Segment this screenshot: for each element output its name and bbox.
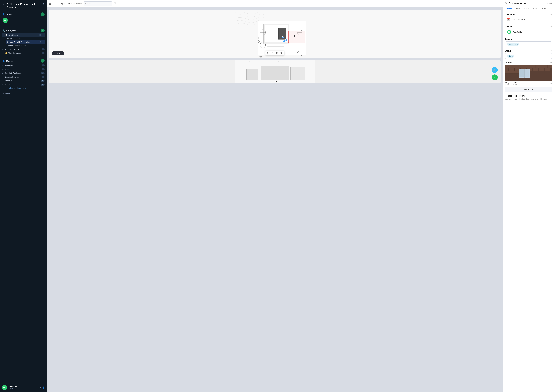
add-file-button[interactable]: Add File + bbox=[505, 87, 552, 92]
sidebar-header-left: ← ABC Office Project - Field Reports bbox=[2, 3, 41, 9]
team-directory-item[interactable]: › 📁 Team Directory 3 bbox=[2, 51, 45, 55]
tab-tasks[interactable]: Tasks bbox=[531, 6, 540, 11]
tab-notes[interactable]: Notes bbox=[522, 6, 531, 11]
drawing-toolbar: ⬡ ↗ ↻ 🗑 bbox=[266, 51, 284, 55]
add-team-button[interactable]: + bbox=[41, 13, 45, 16]
tasks-icon: ☑ bbox=[2, 92, 4, 95]
zoom-in-button[interactable]: + bbox=[61, 52, 63, 55]
zoom-out-button[interactable]: − bbox=[54, 52, 56, 55]
status-tag-box: Ok × bbox=[505, 53, 552, 59]
svg-text:①: ① bbox=[249, 61, 250, 63]
team-member-avatar[interactable]: ML bbox=[3, 18, 8, 23]
tasks-item[interactable]: ☑ Tasks bbox=[0, 91, 47, 96]
site-observation-report-item[interactable]: Site Observation Report bbox=[6, 44, 45, 48]
site-observations-item[interactable]: ▾ 📋 Site Observations 8 ••• bbox=[2, 33, 45, 37]
created-by-header: Created By ••• bbox=[505, 25, 552, 28]
site-observations-more[interactable]: ••• bbox=[42, 34, 45, 36]
all-observations-label: All Observations bbox=[7, 37, 44, 40]
svg-rect-35 bbox=[290, 67, 305, 80]
panel-body: Created At ••• 📅 9/28/23, 1:15 PM Create… bbox=[503, 11, 554, 392]
floor-plan-canvas[interactable]: ① Site 1 : 200 ⬡ ↗ ↻ 🗑 − 28% + bbox=[49, 10, 501, 58]
status-more[interactable]: ••• bbox=[550, 49, 552, 52]
3d-view-button[interactable]: ⬡ bbox=[267, 52, 269, 55]
team-directory-chevron: › bbox=[2, 52, 4, 54]
related-title: Related Field Reports bbox=[505, 95, 526, 97]
windows-badge: 2 bbox=[42, 64, 45, 66]
all-observations-item[interactable]: All Observations bbox=[6, 37, 45, 40]
windows-item[interactable]: › Windows 2 bbox=[2, 63, 45, 67]
related-header: Related Field Reports ••• bbox=[505, 95, 552, 97]
category-tag-remove[interactable]: × bbox=[517, 43, 518, 45]
footer-icons: ? 👤 bbox=[40, 386, 45, 389]
svg-rect-52 bbox=[508, 68, 514, 70]
created-by-label: Created By bbox=[505, 25, 516, 28]
photo-thumbnail[interactable]: IMG_1117.JPG 9/28/23, 1:15 PM ••• bbox=[505, 65, 552, 86]
photo-more-button[interactable]: ••• bbox=[550, 82, 552, 85]
sidebar-title: ABC Office Project - Field Reports bbox=[7, 3, 41, 9]
specialty-equipment-item[interactable]: › Specialty Equipment 27 bbox=[2, 71, 45, 75]
created-at-more[interactable]: ••• bbox=[550, 13, 552, 16]
svg-rect-66 bbox=[519, 70, 529, 77]
doors-item[interactable]: › Doors 43 bbox=[2, 83, 45, 86]
panel-check-button[interactable]: ✓ bbox=[547, 2, 549, 5]
panel-more-button[interactable]: ••• bbox=[549, 2, 552, 5]
svg-rect-45 bbox=[517, 65, 523, 68]
forward-button[interactable]: → bbox=[53, 2, 55, 5]
settings-button[interactable]: ⚙ bbox=[42, 3, 45, 6]
add-fab-button[interactable]: + bbox=[492, 74, 498, 80]
lighting-fixtures-badge: 4 bbox=[42, 76, 45, 78]
help-button[interactable]: ? bbox=[40, 386, 41, 389]
search-input[interactable] bbox=[84, 1, 112, 6]
back-button[interactable]: ← bbox=[2, 3, 5, 6]
tab-fields[interactable]: Fields bbox=[505, 6, 514, 11]
turn-on-categories-link[interactable]: Turn on other model categories bbox=[2, 86, 45, 90]
menu-button[interactable]: ☰ bbox=[49, 2, 51, 5]
furniture-item[interactable]: › Furniture 80 bbox=[2, 79, 45, 83]
photos-more[interactable]: ••• bbox=[550, 61, 552, 64]
add-category-button[interactable]: + bbox=[41, 28, 45, 32]
created-by-chip: ZS Zach Soflin bbox=[505, 29, 552, 35]
drawing-set-more[interactable]: ••• bbox=[42, 41, 44, 43]
site-observations-badge: 8 bbox=[39, 34, 42, 36]
photos-header: Photos ••• bbox=[505, 61, 552, 64]
created-by-name: Zach Soflin bbox=[512, 31, 522, 33]
rooms-item[interactable]: › Rooms 1 bbox=[2, 67, 45, 71]
categories-section: 🔧 Categories + ▾ 📋 Site Observations 8 •… bbox=[0, 27, 47, 55]
status-tag-remove[interactable]: × bbox=[512, 55, 513, 57]
category-more[interactable]: ••• bbox=[550, 38, 552, 40]
team-icon: 👤 bbox=[2, 13, 5, 16]
sidebar-header: ← ABC Office Project - Field Reports ⚙ bbox=[0, 0, 47, 11]
tasks-label: Tasks bbox=[5, 92, 10, 95]
field-reports-emoji: 🗂 bbox=[5, 48, 7, 50]
lighting-fixtures-item[interactable]: › Lighting Fixtures 4 bbox=[2, 75, 45, 79]
tab-activity[interactable]: Activity bbox=[540, 6, 549, 11]
add-model-button[interactable]: + bbox=[41, 59, 45, 63]
breadcrumb[interactable]: Drawing Set with Annotations ▾ bbox=[56, 3, 82, 5]
drawing-set-star-icon[interactable]: ☆ bbox=[40, 41, 42, 43]
user-profile-button[interactable]: 👤 bbox=[42, 386, 45, 389]
status-label: Status bbox=[505, 50, 511, 52]
panel-star-button[interactable]: ☆ bbox=[545, 2, 547, 5]
panel-close-button[interactable]: ✕ bbox=[505, 2, 507, 5]
measure-button[interactable]: ↗ bbox=[272, 52, 273, 55]
drawing-set-item[interactable]: Drawing Set with Annotatio... ☆ ••• bbox=[6, 40, 45, 44]
filter-button[interactable]: ⛉ bbox=[113, 2, 116, 5]
site-observation-report-label: Site Observation Report bbox=[7, 45, 44, 47]
created-by-more[interactable]: ••• bbox=[550, 25, 552, 28]
link-fab-button[interactable]: 🔗 bbox=[492, 67, 498, 73]
categories-label: Categories bbox=[6, 29, 17, 32]
related-more-button[interactable]: ••• bbox=[550, 95, 552, 97]
fab-group: 🔗 + bbox=[492, 67, 498, 80]
related-description: You can optionally link this observation… bbox=[505, 98, 552, 100]
doors-chevron: › bbox=[2, 84, 4, 85]
furniture-chevron: › bbox=[2, 80, 4, 82]
status-tag: Ok × bbox=[507, 55, 514, 57]
panel-title: Observation 4 bbox=[509, 2, 543, 5]
tab-files[interactable]: Files bbox=[514, 6, 522, 11]
delete-button[interactable]: 🗑 bbox=[280, 52, 282, 55]
team-label: Team bbox=[6, 13, 12, 16]
rotate-button[interactable]: ↻ bbox=[276, 52, 278, 55]
field-reports-item[interactable]: › 🗂 Field Reports 2 bbox=[2, 48, 45, 51]
footer-user-info: Mike Lee Layer bbox=[8, 386, 38, 390]
categories-section-title: 🔧 Categories bbox=[2, 29, 17, 32]
